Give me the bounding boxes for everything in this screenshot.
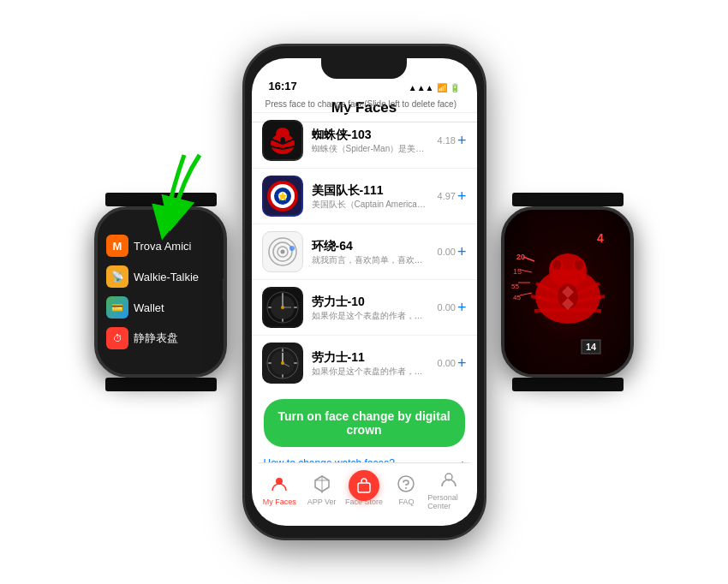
face-rating-spider: 4.18 + [438, 132, 467, 150]
svg-rect-29 [268, 307, 272, 308]
walkie-label: Walkie-Talkie [134, 271, 199, 283]
left-watch: M Trova Amici 📡 Walkie-Talkie [94, 193, 227, 391]
scene: M Trova Amici 📡 Walkie-Talkie [0, 0, 728, 584]
face-item-labor10[interactable]: 劳力士-10 如果你是这个表盘的作者，请联系我... 0.00 + [252, 280, 477, 336]
face-name-spider: 蜘蛛侠-103 [312, 128, 429, 143]
svg-point-26 [281, 306, 284, 309]
right-watch-container: 20 15 55 45 4 14 [486, 44, 649, 540]
trova-icon: M [106, 235, 128, 257]
svg-point-64 [575, 259, 583, 270]
face-info-labor10: 劳力士-10 如果你是这个表盘的作者，请联系我... [312, 295, 429, 321]
faq-icon [391, 472, 421, 496]
face-item-orbit[interactable]: 环绕-64 就我而言，喜欢简单，喜欢安静，喜欢宇宙，灵魂来自于太阳系，我们都在.… [252, 224, 477, 280]
face-info-orbit: 环绕-64 就我而言，喜欢简单，喜欢安静，喜欢宇宙，灵魂来自于太阳系，我们都在.… [312, 239, 429, 265]
band-top-left [105, 193, 217, 206]
personal-tab-label: Personal Center [427, 493, 469, 510]
tab-faq[interactable]: FAQ [385, 472, 427, 506]
wallet-icon: 💳 [106, 296, 128, 319]
face-desc-spider: 蜘蛛侠（Spider-Man）是美国漫威漫画旗下超级英雄，是住在美国纽约名... [312, 143, 429, 154]
jing-label: 静静表盘 [134, 331, 178, 346]
svg-rect-44 [358, 483, 370, 492]
face-info-labor11: 劳力士-11 如果你是这个表盘的作者，请联系我... [312, 350, 429, 377]
svg-rect-37 [282, 349, 283, 352]
svg-text:55: 55 [511, 283, 519, 290]
svg-point-45 [398, 476, 414, 492]
tab-app-ver[interactable]: APP Ver [301, 472, 343, 506]
jing-icon: ⏱ [106, 327, 128, 349]
personal-icon [433, 468, 464, 492]
right-watch-screen: 20 15 55 45 4 14 [504, 210, 630, 374]
svg-rect-28 [282, 319, 283, 322]
spider-logo [521, 236, 615, 348]
left-watch-screen: M Trova Amici 📡 Walkie-Talkie [98, 210, 224, 374]
band-bottom-left [105, 378, 217, 391]
face-store-icon [349, 470, 379, 501]
add-labor11-icon[interactable]: + [457, 355, 467, 372]
face-info-spider: 蜘蛛侠-103 蜘蛛侠（Spider-Man）是美国漫威漫画旗下超级英雄，是住在… [312, 128, 429, 154]
spider-thumb [262, 120, 303, 161]
svg-point-20 [289, 246, 295, 251]
tab-face-store[interactable]: Face Store [343, 472, 385, 506]
svg-point-8 [280, 137, 285, 144]
battery-icon: 🔋 [450, 83, 460, 92]
svg-point-46 [405, 487, 407, 489]
svg-point-19 [280, 250, 284, 254]
my-faces-tab-label: My Faces [263, 498, 296, 506]
svg-rect-30 [294, 307, 297, 308]
face-list[interactable]: 蜘蛛侠-103 蜘蛛侠（Spider-Man）是美国漫威漫画旗下超级英雄，是住在… [252, 113, 477, 390]
spider-watch-face: 20 15 55 45 4 14 [504, 210, 630, 374]
face-name-cap: 美国队长-111 [312, 183, 429, 199]
iphone-content[interactable]: Press face to change face(Slide left to … [252, 96, 477, 474]
face-rating-labor11: 0.00 + [438, 355, 467, 372]
face-name-orbit: 环绕-64 [312, 239, 429, 254]
tab-personal[interactable]: Personal Center [427, 468, 469, 510]
app-ver-icon [307, 472, 337, 496]
my-faces-icon [264, 472, 295, 496]
face-info-cap: 美国队长-111 美国队长（Captain America）是美国漫威漫画旗下超… [312, 183, 429, 210]
left-watch-body: M Trova Amici 📡 Walkie-Talkie [94, 206, 227, 378]
svg-rect-39 [268, 362, 272, 364]
face-item-labor11[interactable]: 劳力士-11 如果你是这个表盘的作者，请联系我... 0.00 + [252, 336, 477, 390]
iphone-screen: 16:17 ▲▲▲ 📶 🔋 My Faces Press face to cha… [252, 58, 477, 526]
menu-item-trova: M Trova Amici [98, 230, 224, 261]
svg-line-67 [534, 309, 568, 311]
face-item-cap[interactable]: 美国队长-111 美国队长（Captain America）是美国漫威漫画旗下超… [252, 169, 477, 224]
menu-item-jing: ⏱ 静静表盘 [98, 323, 224, 354]
labor11-thumb [262, 343, 303, 384]
signal-icon: ▲▲▲ [409, 83, 434, 92]
status-time: 16:17 [269, 80, 297, 92]
trova-label: Trova Amici [134, 240, 191, 253]
face-rating-orbit: 0.00 + [438, 243, 467, 261]
face-desc-labor10: 如果你是这个表盘的作者，请联系我... [312, 310, 429, 321]
face-desc-cap: 美国队长（Captain America）是美国漫威漫画旗下超级英雄，由乔·西蒙… [312, 199, 429, 210]
svg-point-36 [281, 361, 284, 365]
app-subtitle: Press face to change face(Slide left to … [252, 96, 477, 113]
digital-crown-button[interactable]: Turn on face change by digital crown [264, 399, 465, 447]
labor10-thumb [262, 287, 303, 328]
wallet-label: Wallet [134, 301, 164, 314]
face-item-spider[interactable]: 蜘蛛侠-103 蜘蛛侠（Spider-Man）是美国漫威漫画旗下超级英雄，是住在… [252, 113, 477, 169]
app-ver-tab-label: APP Ver [307, 498, 337, 506]
face-store-icon-wrap [349, 472, 379, 496]
menu-item-wallet: 💳 Wallet [98, 292, 224, 323]
svg-line-70 [568, 309, 601, 311]
svg-rect-38 [282, 374, 283, 378]
face-name-labor10: 劳力士-10 [312, 295, 429, 310]
wifi-icon: 📶 [437, 83, 447, 92]
svg-rect-40 [294, 362, 297, 364]
add-labor10-icon[interactable]: + [457, 299, 467, 317]
orbit-thumb [262, 231, 303, 272]
menu-item-walkie: 📡 Walkie-Talkie [98, 261, 224, 292]
faq-tab-label: FAQ [398, 498, 414, 506]
face-rating-cap: 4.97 + [438, 188, 467, 206]
add-cap-icon[interactable]: + [457, 188, 467, 206]
face-desc-orbit: 就我而言，喜欢简单，喜欢安静，喜欢宇宙，灵魂来自于太阳系，我们都在... [312, 254, 429, 265]
tab-my-faces[interactable]: My Faces [259, 472, 301, 506]
iphone: 16:17 ▲▲▲ 📶 🔋 My Faces Press face to cha… [242, 44, 486, 540]
add-orbit-icon[interactable]: + [457, 243, 467, 261]
right-watch: 20 15 55 45 4 14 [501, 193, 634, 391]
add-spider-icon[interactable]: + [457, 132, 467, 150]
face-name-labor11: 劳力士-11 [312, 350, 429, 366]
face-desc-labor11: 如果你是这个表盘的作者，请联系我... [312, 366, 429, 377]
tab-bar: My Faces APP Ver Face Store [259, 462, 470, 514]
